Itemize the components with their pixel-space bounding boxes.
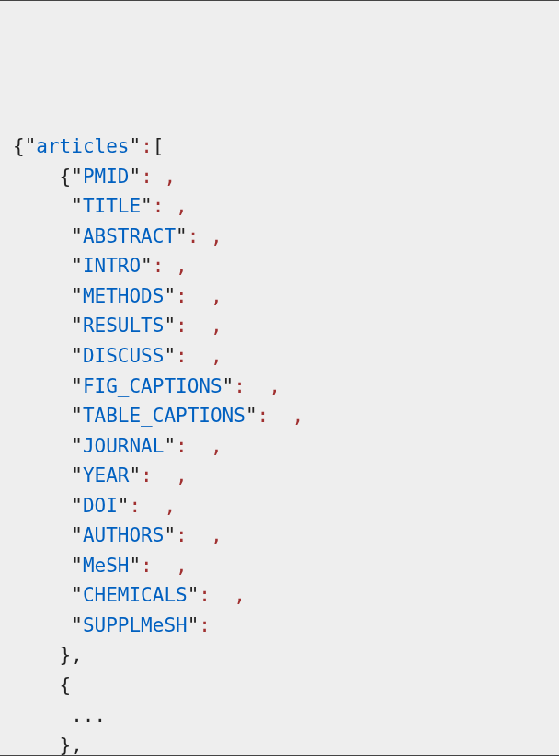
comma: , — [164, 166, 176, 188]
quote: " — [71, 315, 83, 337]
quote: " — [164, 285, 176, 307]
colon: : — [199, 584, 211, 606]
quote: " — [25, 135, 37, 157]
colon: : — [234, 375, 245, 397]
quote: " — [71, 255, 83, 277]
quote: " — [118, 495, 130, 517]
quote: " — [129, 555, 141, 577]
colon: : — [176, 285, 188, 307]
quote: " — [141, 195, 153, 217]
quote: " — [164, 345, 176, 367]
quote: " — [245, 405, 257, 427]
quote: " — [164, 524, 176, 546]
key-abstract: ABSTRACT — [83, 225, 176, 247]
colon: : — [176, 524, 188, 546]
key-discuss: DISCUSS — [83, 345, 165, 367]
quote: " — [71, 584, 83, 606]
quote: " — [129, 135, 141, 157]
ellipsis: ... — [71, 704, 106, 727]
quote: " — [71, 524, 83, 546]
bracket-open: [ — [153, 135, 165, 157]
brace-open: { — [60, 166, 72, 188]
quote: " — [164, 435, 176, 457]
colon: : — [129, 495, 141, 517]
brace-open: { — [60, 674, 72, 696]
close-brace-comma: }, — [60, 644, 83, 666]
comma: , — [292, 405, 304, 427]
key-table-captions: TABLE_CAPTIONS — [83, 405, 245, 427]
json-schema-block: {"articles":[ {"PMID": , "TITLE": , "ABS… — [13, 132, 546, 756]
quote: " — [71, 285, 83, 307]
key-journal: JOURNAL — [83, 435, 165, 457]
quote: " — [141, 255, 153, 277]
quote: " — [188, 614, 200, 636]
quote: " — [71, 405, 83, 427]
quote: " — [71, 195, 83, 217]
key-doi: DOI — [83, 495, 118, 517]
comma: , — [211, 225, 222, 247]
quote: " — [129, 464, 141, 487]
comma: , — [176, 555, 188, 577]
quote: " — [71, 614, 83, 636]
colon: : — [257, 405, 269, 427]
quote: " — [71, 435, 83, 457]
colon: : — [141, 555, 153, 577]
colon: : — [199, 614, 211, 636]
comma: , — [211, 315, 222, 337]
key-chemicals: CHEMICALS — [83, 584, 188, 606]
colon: : — [153, 195, 165, 217]
quote: " — [71, 464, 83, 487]
quote: " — [71, 166, 83, 188]
key-year: YEAR — [83, 464, 130, 487]
comma: , — [176, 255, 188, 277]
quote: " — [71, 495, 83, 517]
quote: " — [176, 225, 188, 247]
key-articles: articles — [36, 135, 129, 157]
quote: " — [71, 555, 83, 577]
key-authors: AUTHORS — [83, 524, 165, 546]
quote: " — [164, 315, 176, 337]
key-intro: INTRO — [83, 255, 141, 277]
key-results: RESULTS — [83, 315, 165, 337]
colon: : — [153, 255, 165, 277]
comma: , — [234, 584, 245, 606]
quote: " — [71, 375, 83, 397]
comma: , — [268, 375, 280, 397]
comma: , — [211, 524, 222, 546]
colon: : — [141, 166, 153, 188]
quote: " — [222, 375, 234, 397]
colon: : — [176, 315, 188, 337]
colon: : — [188, 225, 200, 247]
quote: " — [71, 225, 83, 247]
quote: " — [71, 345, 83, 367]
colon: : — [176, 345, 188, 367]
comma: , — [211, 345, 222, 367]
key-methods: METHODS — [83, 285, 165, 307]
comma: , — [211, 285, 222, 307]
colon: : — [141, 135, 153, 157]
key-pmid: PMID — [83, 166, 130, 188]
close-brace-comma: }, — [60, 734, 83, 756]
quote: " — [129, 166, 141, 188]
comma: , — [176, 464, 188, 487]
comma: , — [164, 495, 176, 517]
key-title: TITLE — [83, 195, 141, 217]
comma: , — [176, 195, 188, 217]
quote: " — [188, 584, 200, 606]
brace-open: { — [13, 135, 25, 157]
comma: , — [211, 435, 222, 457]
key-mesh: MeSH — [83, 555, 130, 577]
key-fig-captions: FIG_CAPTIONS — [83, 375, 222, 397]
key-supplmesh: SUPPLMeSH — [83, 614, 188, 636]
colon: : — [176, 435, 188, 457]
colon: : — [141, 464, 153, 487]
